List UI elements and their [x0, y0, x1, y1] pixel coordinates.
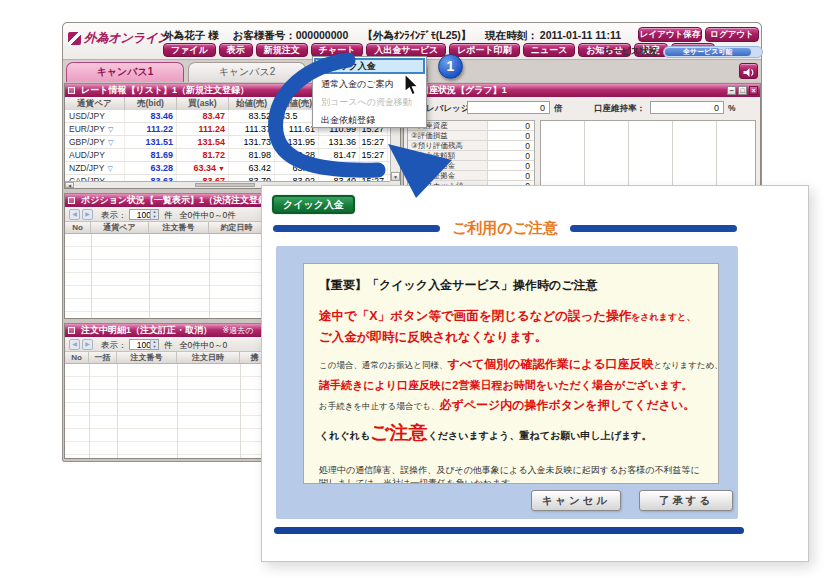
scrollbar-thumb[interactable] [195, 183, 255, 187]
rate-panel-title-text: レート情報【リスト】1（新規注文登録） [81, 85, 249, 95]
menu-item-withdrawal-request[interactable]: 出金依頼登録 [313, 111, 426, 129]
rate-row-gbpjpy[interactable]: GBP/JPY▽ 131.51 131.54 131.73 131.95 131… [65, 136, 390, 149]
speaker-icon [742, 65, 757, 82]
tab-canvas-2[interactable]: キャンバス2 [188, 62, 306, 82]
grid-line [149, 234, 150, 318]
col-order-no: 注文番号 [117, 352, 177, 363]
accept-button[interactable]: 了承する [639, 490, 733, 511]
step-1-badge: 1 [438, 54, 463, 79]
notice-line-4: 諸手続きにより口座反映に2営業日程お時間をいただく場合がございます。 [319, 375, 703, 393]
menu-item-normal-deposit-guide[interactable]: 通常入金のご案内 [313, 75, 426, 93]
quick-deposit-badge[interactable]: クイック入金 [272, 195, 355, 214]
row-label: ④出金依頼額 [408, 151, 488, 160]
service-status: サービス状況 全サービス可能 [603, 45, 763, 58]
bid-cell[interactable]: 83.46 [125, 110, 177, 122]
prev-page-icon[interactable]: ◀ [69, 209, 80, 220]
minimize-button[interactable]: − [727, 86, 736, 95]
col-ask: 買(ask) [177, 97, 229, 110]
next-page-icon[interactable]: ▶ [82, 339, 93, 350]
clock-label: 現在時刻： [485, 29, 538, 41]
page-size-input[interactable] [130, 340, 151, 349]
tab-canvas-1[interactable]: キャンバス1 [66, 62, 184, 82]
row-label: ③預り評価残高 [408, 141, 488, 150]
low-cell: 131.36 [319, 136, 360, 148]
deposit-service-menu: クイック入金 通常入金のご案内 別コースへの資金移動 出金依頼登録 [312, 56, 427, 128]
col-order-no: 注文番号 [149, 222, 209, 233]
cancel-button[interactable]: キャンセル [531, 490, 621, 511]
notice-line-6: くれぐれもご注意くださいますよう、重ねてお願い申し上げます。 [319, 420, 703, 446]
top-bar: 外為オンライン 外為花子 様お客様番号：000000000【外為ｵﾝﾗｲﾝﾃﾞﾓ… [63, 23, 761, 60]
rate-row-audjpy[interactable]: AUD/JPY 81.69 81.72 81.98 82.28 81.47 15… [65, 149, 390, 162]
table-row: ③預り評価残高0 [408, 141, 534, 151]
bid-cell[interactable]: 63.28 [125, 162, 177, 174]
ask-cell[interactable]: 111.24 [177, 123, 229, 135]
ask-cell[interactable]: 83.47 [177, 110, 229, 122]
notice-title: ご利用のご注意 [452, 219, 558, 238]
page-size-stepper[interactable]: ▲▼ [129, 339, 159, 350]
stepper-arrows-icon[interactable]: ▲▼ [150, 340, 158, 349]
ask-cell[interactable]: 131.54 [177, 136, 229, 148]
row-label: ⑥取引証拠金 [408, 171, 488, 180]
menu-report-print[interactable]: レポート印刷 [449, 43, 520, 57]
ask-cell[interactable]: 81.72 [177, 149, 229, 161]
bid-cell[interactable]: 131.51 [125, 136, 177, 148]
menu-chart[interactable]: チャート [311, 43, 364, 57]
notice-line-3: この場合、通常のお振込と同様、すべて個別の確認作業による口座反映となりますため、 [319, 354, 703, 373]
notice-disclaimer: 処理中の通信障害、誤操作、及びその他事象による入金未反映に起因するお客様の不利益… [319, 464, 701, 484]
menu-new-order[interactable]: 新規注文 [256, 43, 308, 57]
bid-cell[interactable]: 81.69 [125, 149, 177, 161]
prev-page-icon[interactable]: ◀ [69, 339, 80, 350]
account-panel-title: 口座状況【グラフ】1 − □ × [404, 84, 760, 97]
down-tick-icon: ▼ [218, 165, 225, 172]
scroll-down-icon[interactable]: ▼ [391, 172, 400, 181]
title-rule-right [570, 225, 737, 232]
small-text: となりますため、 [653, 360, 719, 370]
grid-line [117, 364, 118, 458]
menu-view[interactable]: 表示 [219, 43, 253, 57]
table-row: ④出金依頼額0 [408, 151, 534, 161]
menu-file[interactable]: ファイル [163, 43, 216, 57]
row-value: 0 [488, 171, 534, 180]
menu-news[interactable]: ニュース [523, 43, 576, 57]
bold-text: くださいますよう、重ねてお願い申し上げます。 [428, 430, 652, 441]
margin-ratio-input[interactable] [650, 101, 724, 114]
environment-label: 【外為ｵﾝﾗｲﾝﾃﾞﾓ(L25)】 [362, 29, 471, 41]
emphasis-text: すべて個別の確認作業による口座反映 [448, 357, 654, 371]
pair-label: NZD/JPY [69, 163, 104, 173]
low-cell: 81.47 [319, 149, 360, 161]
table-row: ⑥取引証拠金0 [408, 171, 534, 181]
scroll-left-icon[interactable]: ◀ [65, 182, 74, 188]
page-size-stepper[interactable]: ▲▼ [129, 209, 159, 220]
maximize-button[interactable]: □ [738, 86, 747, 95]
caution-emphasis-text: ご注意 [370, 422, 427, 443]
logout-button[interactable]: ログアウト [705, 27, 759, 42]
close-button[interactable]: × [749, 86, 758, 95]
speaker-button[interactable] [739, 63, 758, 79]
low-cell: 63.03 [319, 162, 360, 174]
account-number: お客様番号：000000000 [232, 29, 348, 41]
trend-marker-icon: ▽ [107, 165, 112, 172]
open-cell: 83.52 [229, 110, 275, 122]
time-cell: 15:27 [360, 136, 388, 148]
quick-deposit-notice-dialog: クイック入金 ご利用のご注意 【重要】「クイック入金サービス」操作時のご注意 途… [261, 185, 809, 562]
grid-line [89, 364, 90, 458]
ask-cell[interactable]: 63.34▼ [177, 162, 229, 174]
high-cell: 63.64 [275, 162, 319, 174]
leverage-input[interactable] [467, 101, 550, 114]
notice-line-1: 途中で「X」ボタン等で画面を閉じるなどの誤った操作をされますと、 [319, 306, 703, 325]
menu-item-quick-deposit[interactable]: クイック入金 [314, 58, 425, 74]
unit-label: 件 [164, 210, 173, 222]
row-value: 0 [488, 141, 534, 150]
service-status-badge: 全サービス可能 [665, 48, 751, 56]
next-page-icon[interactable]: ▶ [82, 209, 93, 220]
menu-deposit-withdrawal[interactable]: 入出金サービス [366, 43, 446, 57]
layout-save-button[interactable]: レイアウト保存 [638, 27, 702, 42]
service-status-label: サービス状況 [603, 45, 658, 58]
orders-panel-title-note: ※過去の [223, 326, 254, 335]
stepper-arrows-icon[interactable]: ▲▼ [150, 210, 158, 219]
row-value: 0 [488, 121, 534, 130]
leverage-row: 有効レバレッジ： 倍 口座維持率： % [404, 101, 760, 116]
page-size-input[interactable] [130, 210, 151, 219]
rate-row-nzdjpy[interactable]: NZD/JPY▽ 63.28 63.34▼ 63.42 63.64 63.03 … [65, 162, 390, 175]
bid-cell[interactable]: 111.22 [125, 123, 177, 135]
